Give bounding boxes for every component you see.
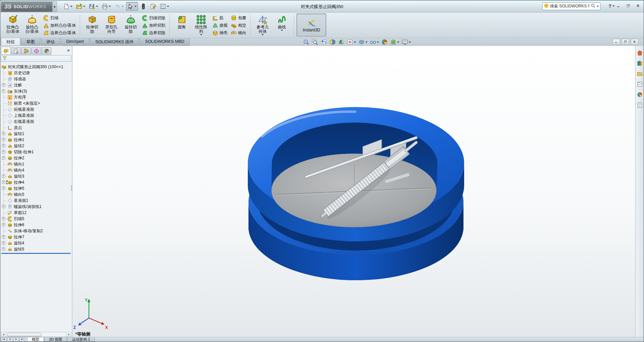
section-view-button[interactable] [329, 38, 336, 46]
tree-item[interactable]: 基准面1 [0, 198, 72, 204]
edit-appearance-button[interactable] [381, 38, 388, 46]
custom-properties-button[interactable] [636, 102, 643, 108]
select-tool-button[interactable] [126, 2, 138, 11]
close-button[interactable] [634, 3, 642, 9]
ribbon-mirror-button[interactable]: 镜向 [230, 29, 247, 36]
dropdown-arrow-icon[interactable] [354, 42, 356, 43]
ribbon-revolve-boss-button[interactable]: 旋转凸 台/基体 [22, 14, 42, 34]
dimxpertmanager-tab[interactable] [31, 47, 41, 55]
tree-item[interactable]: +旋转2 [0, 143, 72, 149]
configurationmanager-tab[interactable] [21, 47, 31, 55]
dropdown-arrow-icon[interactable] [135, 6, 137, 7]
ribbon-linear-pattern-button[interactable]: 线性阵 列 [191, 14, 211, 36]
tree-item[interactable]: +拉伸1 [0, 137, 72, 143]
hide-show-items-button[interactable] [369, 38, 380, 46]
view-palette-button[interactable] [636, 81, 643, 87]
tab-DimXpert[interactable]: DimXpert [61, 38, 89, 46]
expand-toggle[interactable]: + [2, 138, 5, 141]
dropdown-arrow-icon[interactable] [200, 34, 202, 35]
help-search-input[interactable]: ? 搜索 SOLIDWORKS 帮助 [542, 2, 600, 10]
tree-item[interactable]: +A注解 [0, 82, 72, 88]
ribbon-instant3d-button[interactable]: Instant3D [296, 14, 326, 36]
featuremanager-tab[interactable] [1, 47, 11, 55]
tree-item[interactable]: +拉伸5 [0, 185, 72, 191]
expand-toggle[interactable]: + [2, 247, 5, 251]
tree-item[interactable]: 镜向4 [0, 167, 72, 173]
tree-item[interactable]: +扫描5 [0, 216, 72, 222]
ribbon-curves-button[interactable]: 曲线 [272, 14, 291, 31]
panel-splitter-handle[interactable] [71, 185, 72, 186]
panel-horizontal-scrollbar[interactable] [1, 332, 71, 337]
tab-评估[interactable]: 评估 [41, 38, 60, 46]
ribbon-draft-button[interactable]: 拔模 [211, 22, 229, 29]
tree-item[interactable]: 镜向1 [0, 161, 72, 167]
tree-item[interactable]: 镜向5 [0, 191, 72, 198]
zoom-to-area-button[interactable] [311, 38, 319, 46]
search-dropdown-arrow[interactable] [597, 6, 599, 7]
apply-scene-button[interactable] [389, 38, 400, 46]
nav-prev-button[interactable] [7, 338, 13, 342]
help-button[interactable]: ? [609, 3, 615, 9]
search-icon[interactable] [591, 3, 595, 9]
tree-item[interactable]: +旋转3 [0, 173, 72, 179]
expand-toggle[interactable]: + [2, 235, 5, 238]
ribbon-intersect-button[interactable]: 相交 [230, 22, 247, 29]
open-file-button[interactable] [75, 2, 87, 11]
tree-item[interactable]: 传感器 [0, 76, 72, 82]
annotation-view-button[interactable]: A [337, 38, 345, 46]
expand-toggle[interactable]: + [2, 181, 5, 184]
display-style-button[interactable] [358, 38, 368, 46]
tree-item[interactable]: Σ方程序 [0, 94, 72, 100]
study-tab-1[interactable]: 模型 [27, 337, 44, 342]
restore-button[interactable] [624, 3, 632, 9]
tree-item[interactable]: 上视基准面 [0, 112, 72, 119]
zoom-to-fit-button[interactable] [302, 38, 310, 46]
scroll-right-arrow[interactable] [66, 332, 71, 337]
panel-overflow-button[interactable]: » [67, 48, 70, 53]
solidworks-resources-button[interactable] [636, 49, 643, 56]
ribbon-sweep-button[interactable]: 扫描 [42, 15, 77, 22]
view-settings-button[interactable] [401, 38, 411, 46]
tree-item[interactable]: 原点 [0, 125, 72, 131]
tree-item[interactable]: 前视基准面 [0, 106, 72, 112]
tree-item[interactable]: +拉伸6 [0, 222, 72, 228]
dropdown-arrow-icon[interactable] [109, 6, 111, 7]
appearances-scenes-button[interactable] [636, 91, 643, 98]
nav-last-button[interactable] [19, 338, 25, 342]
expand-toggle[interactable]: + [2, 187, 5, 190]
tree-item[interactable]: +拉伸7 [0, 234, 72, 240]
ribbon-loft-button[interactable]: 放样凸台/基体 [42, 22, 77, 29]
tab-SOLIDWORKS MBD[interactable]: SOLIDWORKS MBD [140, 38, 190, 46]
expand-toggle[interactable]: + [2, 205, 5, 208]
tree-item[interactable]: +旋转1 [0, 131, 72, 137]
expand-toggle[interactable]: + [2, 241, 5, 244]
ribbon-lofted-cut-button[interactable]: 放样切割 [141, 22, 166, 29]
tree-filter-input[interactable] [1, 55, 71, 62]
minimize-button[interactable] [615, 3, 622, 9]
dropdown-arrow-icon[interactable] [365, 42, 367, 43]
expand-toggle[interactable]: + [2, 175, 5, 178]
expand-toggle[interactable]: + [2, 132, 5, 135]
scroll-left-arrow[interactable] [1, 332, 6, 337]
expand-toggle[interactable]: + [2, 83, 5, 86]
expand-toggle[interactable]: + [2, 217, 5, 220]
previous-view-button[interactable] [320, 38, 328, 46]
ribbon-boundary-button[interactable]: 边界凸台/基体 [42, 29, 77, 36]
design-library-button[interactable] [636, 60, 643, 67]
dropdown-arrow-icon[interactable] [167, 6, 169, 7]
expand-toggle[interactable]: + [2, 89, 5, 93]
graphics-area[interactable]: Y X Z *等轴测 [73, 46, 636, 338]
expand-toggle[interactable]: + [2, 223, 5, 226]
new-file-button[interactable] [62, 2, 74, 11]
dropdown-arrow-icon[interactable] [281, 30, 283, 31]
ribbon-boundary-cut-button[interactable]: 边界切除 [141, 29, 166, 36]
tab-草图[interactable]: 草图 [21, 38, 40, 46]
ribbon-rib-button[interactable]: 筋 [211, 15, 229, 22]
tree-item[interactable]: 材质 <未指定> [0, 100, 72, 106]
expand-toggle[interactable]: + [2, 156, 5, 159]
tree-item[interactable]: 右视基准面 [0, 119, 72, 125]
study-tab-3[interactable]: 运动算例 1 [67, 337, 95, 342]
study-tab-2[interactable]: 3D 视图 [44, 337, 67, 342]
ribbon-ref-geometry-button[interactable]: 参考几 何体 [253, 14, 272, 36]
options-button[interactable] [159, 2, 170, 11]
